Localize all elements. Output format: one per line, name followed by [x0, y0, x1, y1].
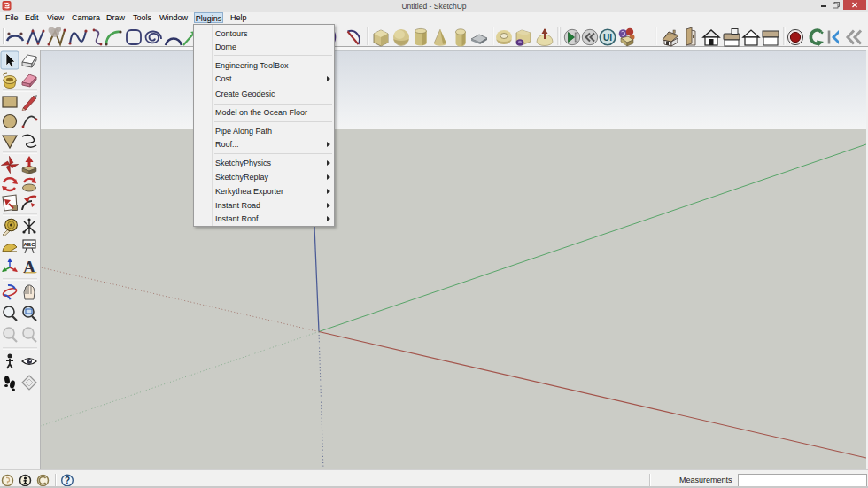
svg-text:ABC: ABC	[24, 242, 36, 247]
svg-text:UI: UI	[603, 33, 612, 43]
svg-text:A: A	[23, 258, 35, 276]
svg-text:?: ?	[65, 476, 70, 485]
